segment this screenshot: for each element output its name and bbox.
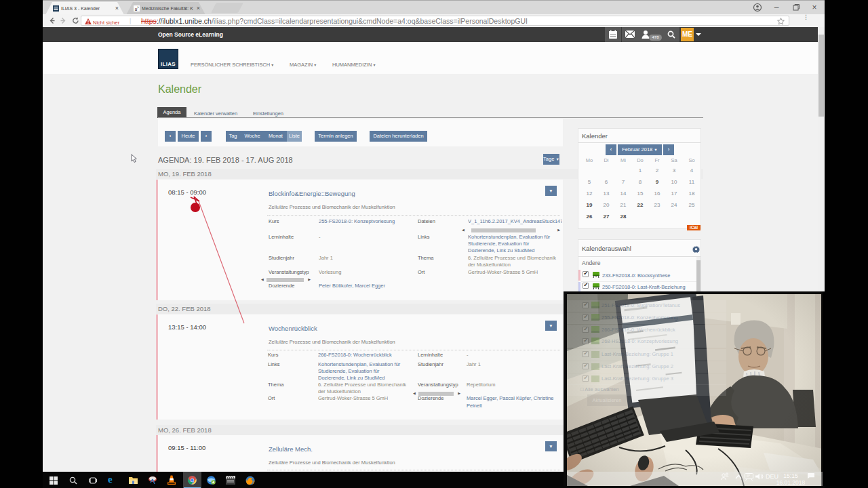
svg-text:b: b [138,6,139,9]
